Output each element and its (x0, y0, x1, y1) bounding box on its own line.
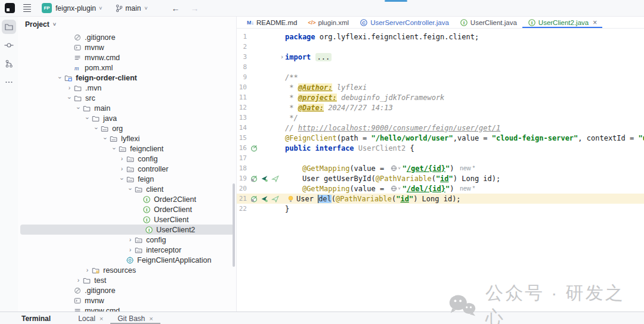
fold-arrow-icon[interactable]: › (280, 54, 284, 60)
project-name[interactable]: feignx-plugin (55, 4, 96, 13)
tab-UserClient2.java[interactable]: IUserClient2.java× (522, 17, 602, 28)
chevron-right-icon[interactable]: › (126, 247, 134, 253)
chevron-down-icon[interactable]: › (93, 124, 100, 132)
chevron-down-icon[interactable]: ˅ (99, 5, 102, 11)
panel-scrollbar[interactable] (233, 183, 235, 267)
code-line-12[interactable]: 12 * @Date: 2024/7/27 14:13 (237, 102, 644, 113)
tree-item-.mvn[interactable]: ›.mvn (18, 83, 236, 93)
tree-item-interceptor[interactable]: ›interceptor (18, 245, 236, 255)
tree-item-src[interactable]: ›src (18, 93, 236, 103)
tree-item-config[interactable]: ›config (18, 235, 236, 245)
tree-item-UserClient2[interactable]: IUserClient2 (20, 225, 234, 235)
code-line-11[interactable]: 11 * @project: debuginfo_jdkToFramework (237, 92, 644, 102)
feign-client-icon[interactable] (260, 195, 269, 203)
tree-item-client[interactable]: ›client (18, 184, 236, 194)
toolstrip-commit-button[interactable] (2, 38, 16, 52)
toolstrip-project-folder-button[interactable] (2, 20, 16, 34)
chevron-down-icon[interactable]: › (66, 94, 73, 102)
code-line-22[interactable]: 22} (237, 204, 644, 214)
spring-bean-icon[interactable] (250, 144, 258, 152)
code-line-10[interactable]: 10 * @Author: lyflexi (237, 82, 644, 92)
chevron-down-icon[interactable]: › (75, 104, 82, 112)
tree-item-.gitignore[interactable]: .gitignore (18, 32, 236, 42)
code-line-3[interactable]: 3›import ... (237, 52, 644, 62)
tree-item-mvnw[interactable]: mvnw (18, 295, 236, 306)
chevron-down-icon[interactable]: › (102, 135, 109, 142)
chevron-right-icon[interactable]: › (83, 267, 91, 273)
tree-item-feign-order-client[interactable]: ›feign-order-client (18, 73, 236, 83)
code-line-17[interactable]: 17 (237, 153, 644, 163)
code-line-9[interactable]: 9/** (237, 72, 644, 82)
tree-item-lyflexi[interactable]: ›lyflexi (18, 133, 236, 144)
back-button[interactable]: ← (172, 4, 180, 13)
code-line-2[interactable]: 2 (237, 42, 644, 52)
tree-item-UserClient[interactable]: IUserClient (18, 214, 236, 225)
navigate-endpoint-icon[interactable] (271, 195, 280, 203)
chevron-down-icon[interactable]: › (111, 145, 117, 152)
terminal-tab-git-bash[interactable]: Git Bash × (110, 312, 160, 324)
tree-item-feignclient[interactable]: ›feignclient (18, 144, 236, 154)
tree-item-pom.xml[interactable]: mpom.xml (18, 63, 236, 73)
tree-item-org[interactable]: ›org (18, 123, 236, 133)
interface-icon: I (145, 226, 153, 234)
tree-item-feign[interactable]: ›feign (18, 174, 236, 184)
chevron-down-icon[interactable]: › (119, 175, 125, 183)
main-menu-icon[interactable] (23, 4, 31, 12)
tree-item-main[interactable]: ›main (18, 103, 236, 113)
chevron-down-icon[interactable]: ˅ (53, 21, 56, 27)
code-line-20[interactable]: 20 @GetMapping(value = ˅"/del/{id}")new … (237, 183, 644, 194)
toolstrip-vcs-structure-button[interactable] (2, 57, 16, 71)
code-editor[interactable]: 1package org.lyflexi.feignclient.feign.c… (237, 29, 644, 311)
code-line-13[interactable]: 13 */ (237, 113, 644, 123)
branch-widget[interactable]: main ˅ (115, 4, 156, 13)
close-icon[interactable]: × (149, 315, 153, 322)
chevron-down-icon[interactable]: › (127, 185, 134, 193)
bulb-icon[interactable] (287, 195, 295, 203)
terminal-label[interactable]: Terminal (21, 312, 51, 324)
tree-item-resources[interactable]: ›resources (18, 265, 236, 275)
tree-item-Order2Client[interactable]: IOrder2Client (18, 194, 236, 204)
spring-bean-dim-icon[interactable] (250, 195, 258, 203)
chevron-down-icon[interactable]: › (57, 74, 63, 82)
tab-UserClient.java[interactable]: IUserClient.java (454, 17, 522, 28)
code-line-1[interactable]: 1package org.lyflexi.feignclient.feign.c… (237, 32, 644, 42)
code-line-19[interactable]: 19 User getUserById(@PathVariable("id") … (237, 173, 644, 183)
spring-bean-dim-icon[interactable] (250, 175, 258, 183)
close-icon[interactable]: × (100, 315, 103, 322)
tab-README.md[interactable]: M↓README.md (242, 17, 302, 28)
app-logo-icon[interactable] (5, 3, 15, 13)
code-line-16[interactable]: 16public interface UserClient2 { (237, 143, 644, 153)
tree-item-controller[interactable]: ›controller (18, 164, 236, 174)
close-icon[interactable]: × (593, 18, 597, 27)
feign-client-icon[interactable] (260, 175, 269, 183)
terminal-tab-local[interactable]: Local × (71, 312, 110, 324)
text-file-icon (73, 54, 82, 62)
tree-item-mvnw.cmd[interactable]: mvnw.cmd (18, 306, 236, 311)
chevron-right-icon[interactable]: › (66, 85, 73, 91)
tab-UserServerController.java[interactable]: CUserServerController.java (354, 17, 454, 28)
forward-button[interactable]: → (191, 4, 199, 13)
chevron-right-icon[interactable]: › (118, 166, 126, 172)
tree-item-.gitignore[interactable]: .gitignore (18, 285, 236, 295)
chevron-right-icon[interactable]: › (75, 277, 82, 284)
code-line-15[interactable]: 15@FeignClient(path = "/hello/world/user… (237, 133, 644, 143)
chevron-down-icon[interactable]: › (84, 114, 91, 122)
tree-item-mvnw[interactable]: mvnw (18, 42, 236, 52)
code-line-18[interactable]: 18 @GetMapping(value = ˅"/get/{id}")new … (237, 163, 644, 173)
tree-item-test[interactable]: ›test (18, 275, 236, 285)
tree-item-FeignClientApplication[interactable]: FeignClientApplication (18, 255, 236, 265)
code-line-14[interactable]: 14// http://localhost:9000/consumer/feig… (237, 123, 644, 133)
tree-item-mvnw.cmd[interactable]: mvnw.cmd (18, 52, 236, 63)
code-line-8[interactable]: 8 (237, 62, 644, 72)
navigate-endpoint-icon[interactable] (271, 175, 280, 183)
tab-plugin.xml[interactable]: </>plugin.xml (302, 17, 354, 28)
tree-item-java[interactable]: ›java (18, 113, 236, 123)
chevron-right-icon[interactable]: › (126, 236, 134, 243)
project-badge[interactable]: FP (42, 3, 52, 13)
code-line-21[interactable]: 21User del(@PathVariable("id") Long id); (237, 194, 644, 204)
tree-item-OrderClient[interactable]: IOrderClient (18, 204, 236, 214)
project-panel-header[interactable]: Project ˅ (18, 17, 236, 32)
toolstrip-more-button[interactable] (2, 75, 16, 89)
chevron-right-icon[interactable]: › (118, 155, 126, 162)
tree-item-config[interactable]: ›config (18, 154, 236, 164)
